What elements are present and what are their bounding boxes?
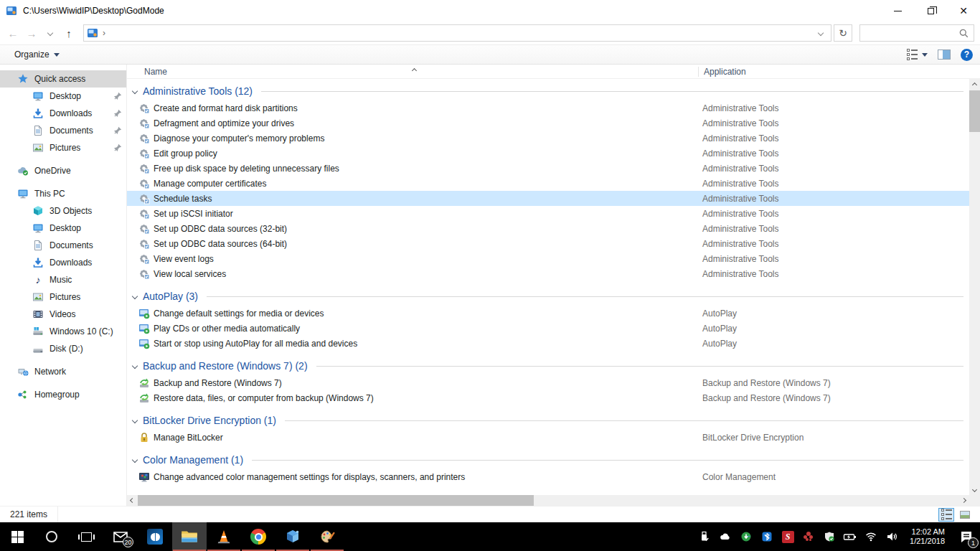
up-button[interactable]: ↑ xyxy=(60,24,77,42)
mail-button[interactable]: 20 xyxy=(103,522,138,551)
start-button[interactable] xyxy=(0,522,34,551)
bluetooth-tray-button[interactable] xyxy=(758,522,776,551)
list-item[interactable]: Create and format hard disk partitions A… xyxy=(127,100,969,116)
pin-icon[interactable] xyxy=(112,142,123,154)
preview-pane-button[interactable] xyxy=(938,50,951,60)
sidebar-item-this-pc[interactable]: This PC xyxy=(0,185,126,202)
magnifier-icon[interactable] xyxy=(958,28,969,39)
column-header-application[interactable]: Application xyxy=(698,67,980,77)
list-item[interactable]: Free up disk space by deleting unnecessa… xyxy=(127,161,969,176)
list-item[interactable]: Edit group policy Administrative Tools xyxy=(127,146,969,161)
list-item[interactable]: Change default settings for media or dev… xyxy=(127,306,969,321)
list-item-selected[interactable]: Schedule tasks Administrative Tools xyxy=(127,191,969,206)
list-item[interactable]: Start or stop using AutoPlay for all med… xyxy=(127,336,969,351)
list-item[interactable]: Diagnose your computer's memory problems… xyxy=(127,131,969,146)
onedrive-tray-button[interactable] xyxy=(717,522,734,551)
wifi-tray-button[interactable] xyxy=(862,522,880,551)
vertical-scrollbar[interactable] xyxy=(969,79,980,495)
sidebar-item-desktop-pinned[interactable]: Desktop xyxy=(0,88,126,105)
list-item[interactable]: Manage BitLocker BitLocker Drive Encrypt… xyxy=(127,430,969,445)
list-item[interactable]: Restore data, files, or computer from ba… xyxy=(127,390,969,405)
sidebar-item-pictures[interactable]: Pictures xyxy=(0,288,126,306)
close-button[interactable]: ✕ xyxy=(947,0,980,22)
address-dropdown-button[interactable] xyxy=(814,31,828,35)
sidebar-item-network[interactable]: Network xyxy=(0,363,126,380)
sidebar-item-desktop[interactable]: Desktop xyxy=(0,220,126,237)
refresh-button[interactable]: ↻ xyxy=(834,24,852,42)
horizontal-scroll-thumb[interactable] xyxy=(138,495,534,506)
organize-button[interactable]: Organize xyxy=(10,47,64,62)
list-item[interactable]: Set up iSCSI initiator Administrative To… xyxy=(127,206,969,221)
address-bar[interactable]: › xyxy=(83,24,831,42)
group-title: Backup and Restore (Windows 7) (2) xyxy=(143,360,308,372)
group-header[interactable]: BitLocker Drive Encryption (1) xyxy=(127,411,969,430)
search-input[interactable] xyxy=(864,28,958,38)
sidebar-item-documents[interactable]: Documents xyxy=(0,237,126,254)
dolby-button[interactable] xyxy=(138,522,172,551)
pin-icon[interactable] xyxy=(112,125,123,136)
group-header-partial[interactable]: Credential Manager (2) xyxy=(127,490,969,495)
smadav-tray-button[interactable]: S xyxy=(779,522,796,551)
sidebar-item-documents-pinned[interactable]: Documents xyxy=(0,122,126,139)
list-item[interactable]: Backup and Restore (Windows 7) Backup an… xyxy=(127,375,969,390)
sidebar-item-downloads-pinned[interactable]: Downloads xyxy=(0,105,126,122)
list-item[interactable]: Play CDs or other media automatically Au… xyxy=(127,321,969,336)
list-item[interactable]: Manage computer certificates Administrat… xyxy=(127,176,969,191)
scroll-down-button[interactable] xyxy=(969,484,980,495)
sidebar-item-windows-c-drive[interactable]: Windows 10 (C:) xyxy=(0,323,126,340)
minimize-button[interactable] xyxy=(881,0,914,22)
cube-app-button[interactable] xyxy=(275,522,310,551)
list-item[interactable]: View local services Administrative Tools xyxy=(127,266,969,281)
help-glyph: ? xyxy=(964,50,969,60)
recent-locations-button[interactable] xyxy=(42,24,59,42)
restore-button[interactable] xyxy=(914,0,947,22)
scroll-up-button[interactable] xyxy=(969,79,980,90)
search-box[interactable] xyxy=(859,24,974,42)
sidebar-item-music[interactable]: ♪ Music xyxy=(0,271,126,288)
sidebar-item-3d-objects[interactable]: 3D Objects xyxy=(0,202,126,220)
task-view-button[interactable] xyxy=(69,522,103,551)
defender-tray-button[interactable] xyxy=(821,522,838,551)
group-header[interactable]: Backup and Restore (Windows 7) (2) xyxy=(127,357,969,375)
sidebar-item-quick-access[interactable]: Quick access xyxy=(0,70,126,88)
horizontal-scrollbar[interactable] xyxy=(127,495,969,506)
list-item[interactable]: Change advanced color management setting… xyxy=(127,469,969,484)
sidebar-item-downloads[interactable]: Downloads xyxy=(0,254,126,271)
sidebar-item-disk-d[interactable]: Disk (D:) xyxy=(0,340,126,357)
change-view-button[interactable] xyxy=(907,49,928,60)
list-item[interactable]: Defragment and optimize your drives Admi… xyxy=(127,116,969,131)
sidebar-item-videos[interactable]: Videos xyxy=(0,306,126,323)
group-header[interactable]: Color Management (1) xyxy=(127,451,969,469)
sidebar-item-onedrive[interactable]: OneDrive xyxy=(0,162,126,179)
scroll-right-button[interactable] xyxy=(958,495,969,506)
back-button[interactable]: ← xyxy=(4,24,22,42)
action-center-button[interactable]: 1 xyxy=(954,522,979,551)
list-item[interactable]: Set up ODBC data sources (32-bit) Admini… xyxy=(127,221,969,236)
taskbar-clock[interactable]: 12:02 AM 1/21/2018 xyxy=(904,527,951,546)
idm-tray-button[interactable] xyxy=(738,522,755,551)
details-view-toggle[interactable] xyxy=(938,508,954,522)
scroll-left-button[interactable] xyxy=(127,495,138,506)
antivirus-tray-button[interactable] xyxy=(800,522,817,551)
safely-remove-hardware-button[interactable] xyxy=(696,522,713,551)
cortana-button[interactable] xyxy=(34,522,69,551)
pin-icon[interactable] xyxy=(112,90,123,102)
group-header[interactable]: AutoPlay (3) xyxy=(127,287,969,306)
large-icons-view-toggle[interactable] xyxy=(957,508,973,522)
group-header[interactable]: Administrative Tools (12) xyxy=(127,82,969,100)
breadcrumb-chevron-icon[interactable]: › xyxy=(103,28,105,38)
file-explorer-button[interactable] xyxy=(172,522,207,551)
vertical-scroll-thumb[interactable] xyxy=(969,90,980,132)
paint-button[interactable] xyxy=(310,522,344,551)
list-item[interactable]: View event logs Administrative Tools xyxy=(127,251,969,266)
list-item[interactable]: Set up ODBC data sources (64-bit) Admini… xyxy=(127,236,969,251)
pin-icon[interactable] xyxy=(112,108,123,119)
sidebar-item-homegroup[interactable]: Homegroup xyxy=(0,386,126,403)
volume-tray-button[interactable] xyxy=(883,522,900,551)
chrome-button[interactable] xyxy=(241,522,275,551)
forward-button[interactable]: → xyxy=(23,24,40,42)
vlc-button[interactable] xyxy=(207,522,241,551)
sidebar-item-pictures-pinned[interactable]: Pictures xyxy=(0,139,126,156)
battery-tray-button[interactable] xyxy=(842,522,859,551)
help-button[interactable]: ? xyxy=(961,49,973,61)
